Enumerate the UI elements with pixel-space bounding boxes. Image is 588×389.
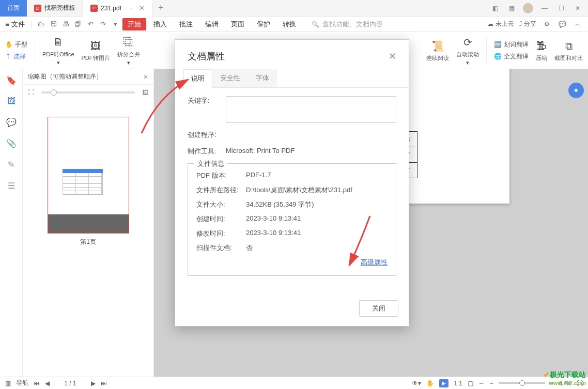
- dialog-tab-security[interactable]: 安全性: [212, 69, 248, 87]
- pdf-image-icon: 🖼: [90, 39, 101, 53]
- fit-width-icon[interactable]: ↔: [478, 380, 485, 387]
- keywords-label: 关键字:: [188, 96, 222, 105]
- layout-icon[interactable]: ◧: [490, 3, 500, 13]
- next-page-button[interactable]: ▶: [91, 380, 96, 387]
- last-page-button[interactable]: ⏭: [101, 380, 107, 387]
- save-icon[interactable]: 🖫: [48, 20, 58, 29]
- crop-compare[interactable]: ⧉截图和对比: [554, 39, 583, 62]
- collapse-ribbon-icon[interactable]: ︿: [572, 20, 583, 29]
- play-button[interactable]: ▶: [439, 379, 448, 387]
- file-info-group: 文件信息 PDF 版本:PDF-1.7 文件所在路径:D:\tools\桌面\素…: [188, 163, 396, 276]
- dialog-tab-font[interactable]: 字体: [248, 69, 277, 87]
- user-avatar[interactable]: [523, 3, 533, 13]
- select-tool[interactable]: ⭡ 选择: [5, 52, 27, 61]
- menu-protect[interactable]: 保护: [252, 18, 275, 30]
- window-close[interactable]: ✕: [572, 3, 583, 13]
- nav-label[interactable]: 导航: [16, 379, 28, 387]
- layers-icon[interactable]: ☰: [8, 181, 15, 191]
- split-icon: ⿻: [123, 35, 134, 50]
- tab-menu-icon[interactable]: ▫: [130, 5, 132, 12]
- advanced-properties-link[interactable]: 高级属性: [361, 258, 388, 266]
- hamburger-icon[interactable]: ≡: [5, 20, 9, 28]
- thumb-zoom-slider[interactable]: [41, 91, 135, 94]
- first-page-button[interactable]: ⏮: [34, 380, 40, 387]
- zoom-out-button[interactable]: −: [490, 380, 493, 387]
- zoom-in-button[interactable]: +: [550, 380, 554, 387]
- menu-file[interactable]: 文件: [11, 20, 25, 29]
- dialog-close-button[interactable]: 关闭: [359, 300, 398, 317]
- nav-pane-icon[interactable]: ▥: [5, 380, 11, 387]
- file-path-label: 文件所在路径:: [196, 185, 243, 195]
- hand-tool[interactable]: ✋ 手型: [5, 40, 27, 49]
- menu-annotate[interactable]: 批注: [174, 18, 198, 30]
- compress-button[interactable]: 🗜压缩: [536, 39, 547, 62]
- full-translate[interactable]: 🌐 全文翻译: [494, 52, 529, 61]
- undo-icon[interactable]: ↶: [85, 20, 96, 29]
- fullscreen-icon[interactable]: ⛶: [577, 380, 583, 387]
- share-button[interactable]: ⤴ 分享: [519, 20, 536, 28]
- thumb-view-icon[interactable]: 🖼: [142, 89, 148, 96]
- tab-home[interactable]: 首页: [0, 0, 27, 17]
- fit-icon[interactable]: 1:1: [454, 380, 462, 387]
- menu-page[interactable]: 页面: [226, 18, 250, 30]
- fit-page-icon[interactable]: ▢: [468, 380, 473, 387]
- thumb-tool-icon[interactable]: ⛶: [28, 89, 34, 96]
- crop-icon: ⧉: [565, 39, 572, 53]
- keywords-input[interactable]: [226, 96, 396, 123]
- menu-insert[interactable]: 插入: [148, 18, 172, 30]
- scroll-icon: 📜: [431, 39, 444, 53]
- pdf-version-value: PDF-1.7: [246, 171, 271, 180]
- new-tab-button[interactable]: +: [152, 3, 169, 13]
- redo-icon[interactable]: ↷: [98, 20, 108, 29]
- menubar: ≡ 文件 🗁 🖫 🖶 🗐 ↶ ↷ ▾ 开始 插入 批注 编辑 页面 保护 转换 …: [0, 17, 588, 32]
- print-icon[interactable]: 🖶: [60, 20, 71, 29]
- menu-edit[interactable]: 编辑: [200, 18, 224, 30]
- auto-scroll[interactable]: ⟳自动滚动▾: [456, 35, 479, 66]
- menu-start[interactable]: 开始: [122, 18, 146, 30]
- menu-convert[interactable]: 转换: [277, 18, 301, 30]
- page-thumbnail-1[interactable]: [48, 117, 129, 234]
- created-label: 创建时间:: [196, 214, 243, 224]
- file-size-value: 34.52KB (35,349 字节): [246, 200, 314, 209]
- pdf-office-icon: 🗎: [53, 35, 64, 50]
- tab-templates[interactable]: D 找稻壳模板: [27, 0, 83, 17]
- pdf-to-image[interactable]: 🖼PDF转图片: [82, 39, 110, 62]
- chat-icon[interactable]: 💬: [557, 20, 567, 29]
- saveas-icon[interactable]: 🗐: [73, 20, 83, 29]
- open-icon[interactable]: 🗁: [36, 20, 46, 29]
- page-number-input[interactable]: 1 / 1: [55, 380, 86, 387]
- window-minimize[interactable]: —: [539, 3, 550, 13]
- pdf-to-office[interactable]: 🗎PDF转Office▾: [42, 35, 74, 66]
- page-thumbnail-label: 第1页: [80, 238, 96, 246]
- tab-document[interactable]: P 231.pdf ▫ ✕: [83, 0, 152, 17]
- thumbnail-title: 缩略图（可拖动调整顺序）: [28, 72, 102, 81]
- cloud-status[interactable]: ☁ 未上云: [487, 20, 514, 28]
- grid-icon[interactable]: ▦: [506, 3, 517, 13]
- dropdown-icon[interactable]: ▾: [110, 20, 120, 29]
- thumbnail-icon[interactable]: 🖼: [7, 97, 16, 106]
- close-panel-icon[interactable]: ✕: [143, 73, 148, 81]
- prev-page-button[interactable]: ◀: [45, 380, 50, 387]
- zoom-slider[interactable]: [499, 382, 545, 384]
- mini-table: [63, 169, 103, 195]
- word-translate[interactable]: 🔤 划词翻译: [494, 40, 529, 49]
- ai-assist-button[interactable]: ✦: [568, 83, 584, 98]
- signature-icon[interactable]: ✎: [8, 160, 14, 169]
- zoom-value[interactable]: 67%: [559, 380, 571, 387]
- window-maximize[interactable]: ☐: [556, 3, 566, 13]
- settings-icon[interactable]: ⚙: [541, 20, 552, 29]
- dialog-tab-description[interactable]: 说明: [183, 69, 212, 88]
- dialog-close-icon[interactable]: ✕: [389, 51, 396, 62]
- file-path-value: D:\tools\桌面\素材\文档素材\231.pdf: [246, 185, 352, 195]
- scanned-label: 扫描件文档:: [196, 243, 243, 253]
- hand-status-icon[interactable]: ✋: [426, 380, 434, 387]
- comment-icon[interactable]: 💬: [6, 117, 17, 127]
- attachment-icon[interactable]: 📎: [6, 138, 17, 148]
- bookmark-icon[interactable]: 🔖: [6, 75, 17, 85]
- file-info-legend: 文件信息: [194, 159, 227, 168]
- tab-close-icon[interactable]: ✕: [139, 4, 145, 12]
- continuous-read[interactable]: 📜连续阅读: [426, 39, 449, 62]
- split-merge[interactable]: ⿻拆分合并▾: [117, 35, 140, 66]
- search-input[interactable]: 查找功能、文档内容: [312, 20, 383, 29]
- eye-icon[interactable]: 👁▾: [412, 380, 421, 387]
